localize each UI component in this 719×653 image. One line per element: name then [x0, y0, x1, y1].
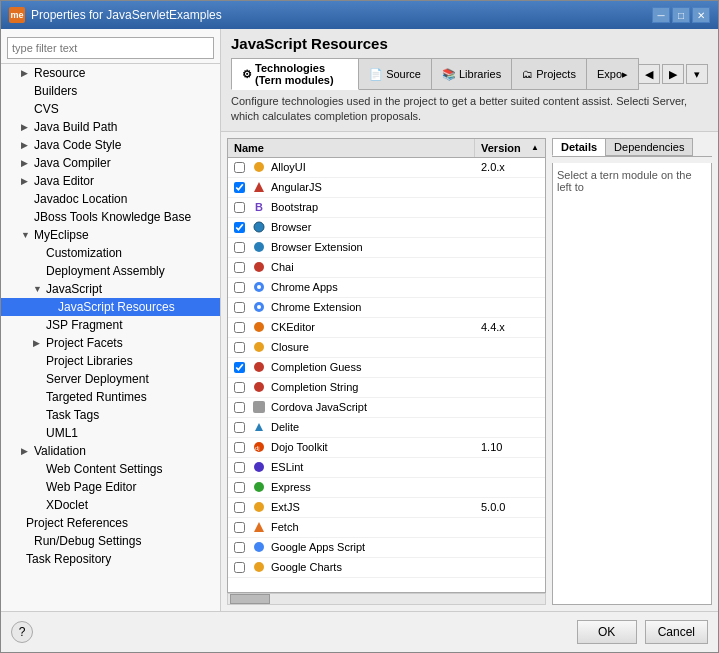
row-checkbox[interactable] — [228, 202, 250, 213]
sidebar-item-myeclipse[interactable]: ▼ MyEclipse — [1, 226, 220, 244]
row-name: Chrome Extension — [271, 301, 475, 313]
cancel-button[interactable]: Cancel — [645, 620, 708, 644]
sidebar-item-task-tags[interactable]: Task Tags — [1, 406, 220, 424]
checkbox-express[interactable] — [234, 482, 245, 493]
row-checkbox[interactable] — [228, 222, 250, 233]
row-checkbox[interactable] — [228, 502, 250, 513]
sidebar-item-java-compiler[interactable]: ▶ Java Compiler — [1, 154, 220, 172]
detail-tab-details[interactable]: Details — [552, 138, 606, 156]
sidebar-item-java-code-style[interactable]: ▶ Java Code Style — [1, 136, 220, 154]
row-icon — [250, 498, 268, 516]
checkbox-cordova[interactable] — [234, 402, 245, 413]
minimize-button[interactable]: ─ — [652, 7, 670, 23]
table-row: AngularJS — [228, 178, 545, 198]
row-checkbox[interactable] — [228, 422, 250, 433]
sidebar-item-builders[interactable]: Builders — [1, 82, 220, 100]
checkbox-chrome-apps[interactable] — [234, 282, 245, 293]
sidebar-item-java-build-path[interactable]: ▶ Java Build Path — [1, 118, 220, 136]
checkbox-browser-extension[interactable] — [234, 242, 245, 253]
checkbox-closure[interactable] — [234, 342, 245, 353]
sidebar-item-javascript[interactable]: ▼ JavaScript — [1, 280, 220, 298]
sidebar-item-cvs[interactable]: CVS — [1, 100, 220, 118]
checkbox-chrome-extension[interactable] — [234, 302, 245, 313]
row-checkbox[interactable] — [228, 542, 250, 553]
sidebar-item-project-facets[interactable]: ▶ Project Facets — [1, 334, 220, 352]
checkbox-alloyui[interactable] — [234, 162, 245, 173]
row-checkbox[interactable] — [228, 562, 250, 573]
row-checkbox[interactable] — [228, 442, 250, 453]
tab-label: Technologies (Tern modules) — [255, 62, 348, 86]
nav-back-button[interactable]: ◀ — [638, 64, 660, 84]
row-checkbox[interactable] — [228, 302, 250, 313]
tab-source[interactable]: 📄 Source — [358, 58, 432, 90]
sidebar-item-label: Javadoc Location — [34, 192, 127, 206]
checkbox-angularjs[interactable] — [234, 182, 245, 193]
sidebar-item-web-content-settings[interactable]: Web Content Settings — [1, 460, 220, 478]
tab-projects[interactable]: 🗂 Projects — [511, 58, 587, 90]
checkbox-eslint[interactable] — [234, 462, 245, 473]
checkbox-completion-string[interactable] — [234, 382, 245, 393]
ok-button[interactable]: OK — [577, 620, 637, 644]
sidebar-item-validation[interactable]: ▶ Validation — [1, 442, 220, 460]
detail-tab-dependencies[interactable]: Dependencies — [605, 138, 693, 156]
sidebar-item-javascript-resources[interactable]: JavaScript Resources — [1, 298, 220, 316]
checkbox-extjs[interactable] — [234, 502, 245, 513]
checkbox-dojo[interactable] — [234, 442, 245, 453]
row-checkbox[interactable] — [228, 522, 250, 533]
row-checkbox[interactable] — [228, 162, 250, 173]
maximize-button[interactable]: □ — [672, 7, 690, 23]
sidebar-item-web-page-editor[interactable]: Web Page Editor — [1, 478, 220, 496]
checkbox-ckeditor[interactable] — [234, 322, 245, 333]
row-checkbox[interactable] — [228, 362, 250, 373]
sidebar-item-customization[interactable]: Customization — [1, 244, 220, 262]
row-checkbox[interactable] — [228, 262, 250, 273]
col-version-header: Version ▲ — [475, 139, 545, 157]
sidebar-item-jboss[interactable]: JBoss Tools Knowledge Base — [1, 208, 220, 226]
sidebar-item-javadoc[interactable]: Javadoc Location — [1, 190, 220, 208]
checkbox-fetch[interactable] — [234, 522, 245, 533]
sidebar-item-project-libraries[interactable]: Project Libraries — [1, 352, 220, 370]
tab-technologies[interactable]: ⚙ Technologies (Tern modules) — [231, 58, 359, 90]
checkbox-bootstrap[interactable] — [234, 202, 245, 213]
sidebar-item-label: Server Deployment — [46, 372, 149, 386]
sidebar-item-label: XDoclet — [46, 498, 88, 512]
tab-label: Projects — [536, 68, 576, 80]
tab-expo[interactable]: Expo▸ — [586, 58, 639, 90]
sidebar-item-task-repository[interactable]: Task Repository — [1, 550, 220, 568]
row-checkbox[interactable] — [228, 282, 250, 293]
scrollbar-thumb[interactable] — [230, 594, 270, 604]
table-row: Closure — [228, 338, 545, 358]
sidebar-item-resource[interactable]: ▶ Resource — [1, 64, 220, 82]
sidebar-item-run-debug[interactable]: Run/Debug Settings — [1, 532, 220, 550]
row-checkbox[interactable] — [228, 482, 250, 493]
row-checkbox[interactable] — [228, 322, 250, 333]
sidebar-item-xdoclet[interactable]: XDoclet — [1, 496, 220, 514]
sidebar-item-targeted-runtimes[interactable]: Targeted Runtimes — [1, 388, 220, 406]
checkbox-google-charts[interactable] — [234, 562, 245, 573]
sidebar-item-server-deployment[interactable]: Server Deployment — [1, 370, 220, 388]
checkbox-google-apps[interactable] — [234, 542, 245, 553]
row-checkbox[interactable] — [228, 462, 250, 473]
checkbox-completion-guess[interactable] — [234, 362, 245, 373]
sidebar-item-jsp-fragment[interactable]: JSP Fragment — [1, 316, 220, 334]
close-button[interactable]: ✕ — [692, 7, 710, 23]
row-checkbox[interactable] — [228, 242, 250, 253]
help-button[interactable]: ? — [11, 621, 33, 643]
filter-input[interactable] — [7, 37, 214, 59]
checkbox-browser[interactable] — [234, 222, 245, 233]
row-checkbox[interactable] — [228, 182, 250, 193]
row-checkbox[interactable] — [228, 402, 250, 413]
checkbox-delite[interactable] — [234, 422, 245, 433]
nav-menu-button[interactable]: ▾ — [686, 64, 708, 84]
checkbox-chai[interactable] — [234, 262, 245, 273]
row-checkbox[interactable] — [228, 342, 250, 353]
row-name: ESLint — [271, 461, 475, 473]
sidebar-item-java-editor[interactable]: ▶ Java Editor — [1, 172, 220, 190]
nav-forward-button[interactable]: ▶ — [662, 64, 684, 84]
sidebar-item-project-references[interactable]: Project References — [1, 514, 220, 532]
tab-libraries[interactable]: 📚 Libraries — [431, 58, 512, 90]
sidebar-item-deployment-assembly[interactable]: Deployment Assembly — [1, 262, 220, 280]
sidebar-item-uml1[interactable]: UML1 — [1, 424, 220, 442]
row-checkbox[interactable] — [228, 382, 250, 393]
horizontal-scrollbar[interactable] — [227, 593, 546, 605]
